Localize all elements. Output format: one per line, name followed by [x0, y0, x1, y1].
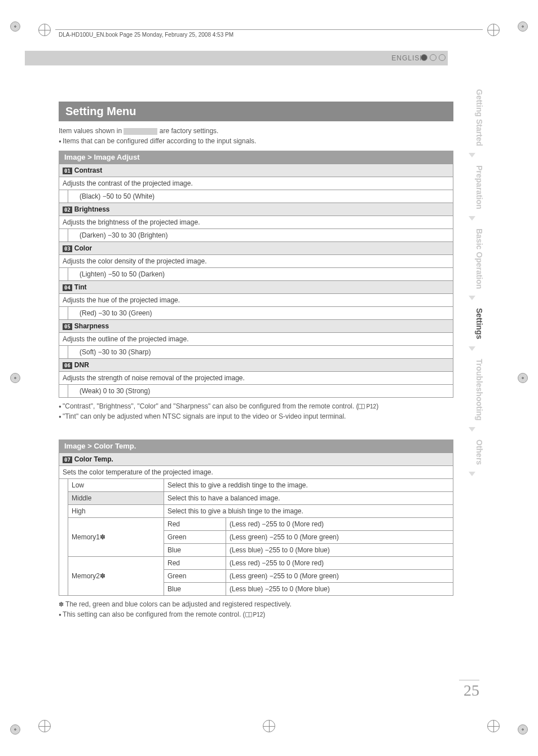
- item-range: (Weak) 0 to 30 (Strong): [68, 385, 453, 398]
- spacer: [59, 190, 68, 203]
- ct-option: Low: [68, 479, 164, 492]
- image-adjust-table: 01Contrast Adjusts the contrast of the p…: [59, 164, 453, 398]
- item-name: Brightness: [74, 205, 110, 213]
- ct-range: (Less red) −255 to 0 (More red): [226, 518, 453, 531]
- intro-after: are factory settings.: [160, 127, 219, 135]
- note-text: This setting can also be configured from…: [63, 610, 245, 618]
- ct-memory1: Memory1✽: [68, 518, 164, 557]
- crosshair-icon: [487, 24, 500, 36]
- ct-option: High: [68, 505, 164, 518]
- intro-text: Item values shown in are factory setting…: [59, 127, 453, 135]
- tab-troubleshooting: Troubleshooting: [458, 354, 486, 425]
- item-name: Sharpness: [74, 322, 109, 330]
- item-name: Contrast: [74, 166, 102, 174]
- ct-range: (Less blue) −255 to 0 (More blue): [226, 583, 453, 596]
- item-index: 05: [63, 323, 72, 330]
- tab-basic-operation: Basic Operation: [458, 224, 486, 293]
- item-range: (Red) −30 to 30 (Green): [68, 307, 453, 320]
- regmark-icon: [10, 373, 20, 383]
- item-desc: Sets the color temperature of the projec…: [59, 466, 453, 479]
- language-indicator: [421, 54, 446, 61]
- item-name: Color Temp.: [74, 455, 113, 463]
- color-temp-table: 07Color Temp. Sets the color temperature…: [59, 452, 453, 596]
- crosshair-icon: [38, 720, 51, 732]
- page-ref-icon: [358, 404, 365, 409]
- side-tabs: Getting Started Preparation Basic Operat…: [458, 85, 486, 469]
- ct-channel: Blue: [164, 583, 226, 596]
- item-name: Color: [74, 244, 92, 252]
- crosshair-icon: [487, 720, 500, 732]
- page-body: Setting Menu Item values shown in are fa…: [59, 102, 453, 621]
- regmark-icon: [518, 724, 528, 735]
- item-name: DNR: [74, 361, 89, 369]
- section-image-adjust: Image > Image Adjust: [59, 151, 453, 164]
- spacer: [59, 307, 68, 320]
- ct-range: (Less blue) −255 to 0 (More blue): [226, 544, 453, 557]
- regmark-icon: [10, 724, 20, 735]
- header-rule: [55, 29, 483, 30]
- dot-icon: [421, 54, 427, 61]
- dot-icon: [430, 54, 436, 61]
- page-number: 25: [464, 682, 479, 700]
- ct-option-desc: Select this to give a bluish tinge to th…: [164, 505, 453, 518]
- item-desc: Adjusts the contrast of the projected im…: [59, 177, 453, 190]
- ct-range: (Less red) −255 to 0 (More red): [226, 557, 453, 570]
- ct-channel: Red: [164, 557, 226, 570]
- item-index: 03: [63, 245, 72, 252]
- regmark-icon: [10, 21, 20, 32]
- item-index: 01: [63, 168, 72, 174]
- ct-option-factory: Middle: [68, 492, 164, 505]
- ct-channel: Green: [164, 531, 226, 544]
- note-text: ): [376, 402, 378, 410]
- item-index: 02: [63, 206, 72, 213]
- item-range: (Lighten) −50 to 50 (Darken): [68, 268, 453, 281]
- ct-range: (Less green) −255 to 0 (More green): [226, 570, 453, 583]
- item-name: Tint: [74, 283, 87, 291]
- ct-memory2: Memory2✽: [68, 557, 164, 596]
- item-desc: Adjusts the hue of the projected image.: [59, 294, 453, 307]
- factory-swatch: [124, 128, 157, 135]
- item-index: 07: [63, 456, 72, 463]
- footnote: "Tint" can only be adjusted when NTSC si…: [59, 412, 453, 420]
- spacer: [59, 268, 68, 281]
- page-title: Setting Menu: [59, 102, 453, 121]
- pagenum-rule: [459, 680, 479, 680]
- crosshair-icon: [38, 24, 51, 36]
- source-file-info: DLA-HD100U_EN.book Page 25 Monday, Febru…: [59, 32, 233, 38]
- page-ref-icon: [245, 612, 252, 617]
- tab-settings: Settings: [458, 304, 486, 344]
- ct-range: (Less green) −255 to 0 (More green): [226, 531, 453, 544]
- note-text: "Contrast", "Brightness", "Color" and "S…: [63, 402, 358, 410]
- item-desc: Adjusts the brightness of the projected …: [59, 216, 453, 229]
- regmark-icon: [518, 21, 528, 32]
- page-ref: P12: [253, 612, 263, 618]
- item-range: (Black) −50 to 50 (White): [68, 190, 453, 203]
- crosshair-icon: [263, 720, 275, 732]
- page-ref: P12: [366, 403, 376, 410]
- item-desc: Adjusts the color density of the project…: [59, 255, 453, 268]
- note-text: ): [263, 610, 265, 618]
- spacer: [59, 229, 68, 242]
- item-index: 04: [63, 284, 72, 291]
- spacer: [59, 346, 68, 359]
- tab-getting-started: Getting Started: [458, 85, 486, 151]
- ct-channel: Red: [164, 518, 226, 531]
- regmark-icon: [518, 373, 528, 383]
- intro-note: Items that can be configured differ acco…: [59, 137, 453, 145]
- dot-icon: [439, 54, 446, 61]
- spacer: [59, 479, 68, 596]
- ct-option-desc: Select this to give a reddish tinge to t…: [164, 479, 453, 492]
- item-desc: Adjusts the strength of noise removal of…: [59, 372, 453, 385]
- ct-channel: Blue: [164, 544, 226, 557]
- ct-channel: Green: [164, 570, 226, 583]
- item-desc: Adjusts the outline of the projected ima…: [59, 333, 453, 346]
- intro-before: Item values shown in: [59, 127, 124, 135]
- header-strip: [25, 51, 448, 65]
- tab-others: Others: [458, 435, 486, 469]
- item-index: 06: [63, 362, 72, 369]
- item-range: (Soft) −30 to 30 (Sharp): [68, 346, 453, 359]
- footnote-star: The red, green and blue colors can be ad…: [59, 600, 453, 608]
- section-color-temp: Image > Color Temp.: [59, 439, 453, 452]
- spacer: [59, 385, 68, 398]
- tab-preparation: Preparation: [458, 161, 486, 214]
